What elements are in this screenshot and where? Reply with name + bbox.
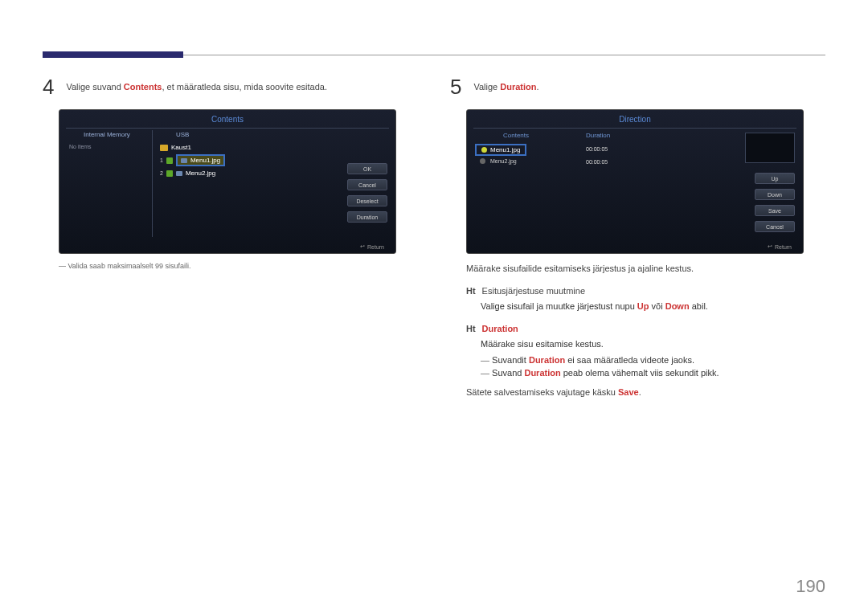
step-4-text: Valige suvand Contents, et määratleda si… <box>66 76 326 93</box>
return-icon <box>768 243 772 250</box>
preview-box <box>745 133 795 163</box>
item1-selected: Menu1.jpg <box>176 154 225 166</box>
return-footer-dir[interactable]: Return <box>768 243 792 250</box>
sub1-a: Valige sisufail ja muutke järjestust nup… <box>481 301 637 311</box>
save-button[interactable]: Save <box>755 205 795 216</box>
step-4-text-before: Valige suvand <box>66 82 123 92</box>
right-desc-2: Sätete salvestamiseks vajutage käsku Sav… <box>466 386 825 400</box>
ss-v-divider <box>152 130 153 237</box>
ss-col-duration: Duration <box>586 132 610 139</box>
ss-title-direction: Direction <box>619 115 650 124</box>
cancel-button[interactable]: Cancel <box>347 179 387 190</box>
sub2-note2: Suvand Duration peab olema vähemalt viis… <box>481 368 825 378</box>
sub2-note1-b: ei saa määratleda videote jaoks. <box>565 355 694 365</box>
page-number: 190 <box>796 576 825 597</box>
folder-label: Kaust1 <box>171 144 191 151</box>
sub2-note2-a: Suvand <box>492 368 524 378</box>
radio-icon <box>480 158 485 164</box>
step-number-5: 5 <box>450 76 461 97</box>
step-5-text: Valige Duration. <box>473 76 538 93</box>
image-icon <box>176 171 182 176</box>
item2-num: 2 <box>160 170 163 176</box>
ss-col-usb: USB <box>176 131 189 138</box>
header-accent-bar <box>43 51 183 58</box>
dir-item-1[interactable]: Menu1.jpg <box>475 144 526 156</box>
contents-screenshot: Contents Internal Memory USB No items Ka… <box>59 109 396 254</box>
folder-icon <box>160 145 168 151</box>
item2-name: Menu2.jpg <box>186 170 215 177</box>
down-button[interactable]: Down <box>755 189 795 200</box>
return-icon <box>360 243 365 250</box>
return-label: Return <box>367 244 384 250</box>
step-4-text-hl: Contents <box>124 82 162 92</box>
sub1-up: Up <box>637 301 649 311</box>
return-label-dir: Return <box>775 244 792 250</box>
dir-dur-2: 00:00:05 <box>586 159 608 165</box>
ss-col-contents: Contents <box>503 132 529 139</box>
right-column: 5 Valige Duration. Direction Contents Du… <box>450 76 825 400</box>
dir-item2-name: Menu2.jpg <box>490 158 517 164</box>
step-4-text-after: , et määratleda sisu, mida soovite esita… <box>162 82 327 92</box>
dir-dur-1: 00:00:05 <box>586 146 608 152</box>
step-5-text-hl: Duration <box>500 82 536 92</box>
desc2-a: Sätete salvestamiseks vajutage käsku <box>466 387 618 397</box>
desc2-hl: Save <box>618 387 639 397</box>
step-5-text-before: Valige <box>473 82 500 92</box>
sub2-note2-hl: Duration <box>524 368 560 378</box>
duration-button[interactable]: Duration <box>347 211 387 223</box>
up-button[interactable]: Up <box>755 173 795 184</box>
sub2-desc: Määrake sisu esitamise kestus. <box>481 337 825 352</box>
dir-item-2[interactable]: Menu2.jpg <box>480 158 517 164</box>
step-5-text-after: . <box>537 82 539 92</box>
image-icon <box>181 158 187 163</box>
ss-button-group-dir: Up Down Save Cancel <box>755 173 795 232</box>
sub1-b: abil. <box>690 301 708 311</box>
ok-button[interactable]: OK <box>347 163 387 174</box>
ss-h-divider <box>66 128 389 129</box>
ss-folder-row[interactable]: Kaust1 <box>160 144 191 151</box>
ss-col-internal: Internal Memory <box>84 131 130 138</box>
ss-no-items: No items <box>69 144 92 149</box>
sub1-mid: või <box>649 301 665 311</box>
step-4-row: 4 Valige suvand Contents, et määratleda … <box>43 76 418 97</box>
left-note: Valida saab maksimaalselt 99 sisufaili. <box>59 262 418 270</box>
sub2-note1: Suvandit Duration ei saa määratleda vide… <box>481 355 825 365</box>
item1-num: 1 <box>160 157 163 163</box>
right-desc-1: Määrake sisufailide esitamiseks järjestu… <box>466 262 825 276</box>
ss-title: Contents <box>211 115 244 124</box>
sub2-note1-hl: Duration <box>529 355 565 365</box>
dir-item-1-selected: Menu1.jpg <box>475 144 526 156</box>
sub1-tag: Ht <box>466 284 476 299</box>
sub1-row: Ht Esitusjärjestuse muutmine <box>466 284 825 299</box>
cancel-button[interactable]: Cancel <box>755 221 795 232</box>
sub2-note2-b: peab olema vähemalt viis sekundit pikk. <box>561 368 719 378</box>
ss-item-2[interactable]: 2 Menu2.jpg <box>160 170 215 177</box>
deselect-button[interactable]: Deselect <box>347 195 387 206</box>
sub2-row: Ht Duration <box>466 322 825 337</box>
dir-item1-name: Menu1.jpg <box>490 146 520 153</box>
ss-item-1[interactable]: 1 Menu1.jpg <box>160 154 225 166</box>
sub1-line: Valige sisufail ja muutke järjestust nup… <box>481 300 825 314</box>
desc2-b: . <box>639 387 641 397</box>
sub2-title: Duration <box>482 322 518 337</box>
step-number-4: 4 <box>43 76 54 97</box>
step-5-row: 5 Valige Duration. <box>450 76 825 97</box>
content-columns: 4 Valige suvand Contents, et määratleda … <box>43 76 825 400</box>
sub1-title: Esitusjärjestuse muutmine <box>482 284 585 299</box>
sub1-down: Down <box>665 301 690 311</box>
ss-h-divider <box>473 128 796 129</box>
sub2-tag: Ht <box>466 322 476 337</box>
item1-name: Menu1.jpg <box>190 157 220 164</box>
direction-screenshot: Direction Contents Duration Menu1.jpg 00… <box>466 109 804 254</box>
check-icon <box>166 170 173 177</box>
sub2-note1-a: Suvandit <box>492 355 529 365</box>
check-icon <box>166 157 173 164</box>
left-column: 4 Valige suvand Contents, et määratleda … <box>43 76 418 400</box>
ss-button-group: OK Cancel Deselect Duration <box>347 163 387 223</box>
radio-selected-icon <box>481 147 487 153</box>
return-footer[interactable]: Return <box>360 243 384 250</box>
